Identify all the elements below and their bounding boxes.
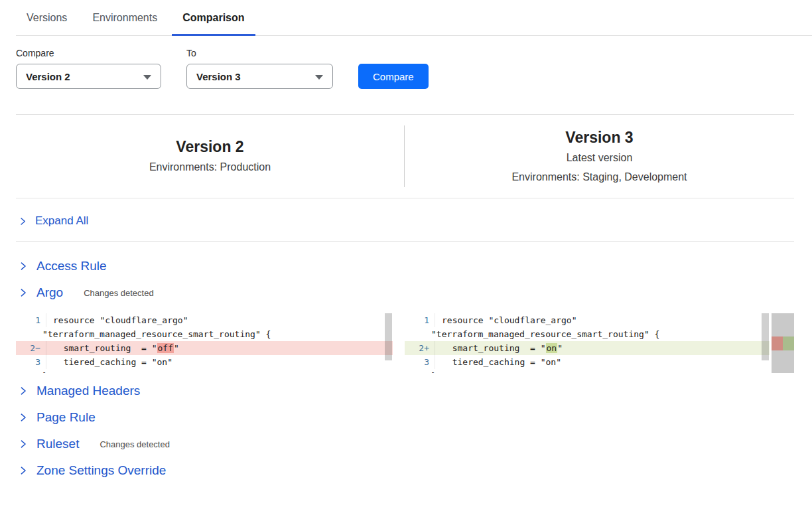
code-segment: " (174, 343, 179, 353)
section-label: Argo (36, 285, 63, 300)
section-managed-headers[interactable]: Managed Headers (19, 384, 140, 398)
compare-button[interactable]: Compare (358, 64, 429, 89)
section-zone-settings-override[interactable]: Zone Settings Override (19, 463, 166, 478)
line-number (405, 327, 425, 341)
expand-all-label: Expand All (35, 214, 88, 228)
line-number: 2+ (405, 341, 435, 355)
line-number: 2− (16, 341, 46, 355)
diff-line-removed: 2− smart_routing = "off" (16, 341, 393, 355)
removed-word-highlight: off (157, 343, 174, 353)
expand-all-button[interactable]: Expand All (19, 214, 88, 228)
diff-line: 1 resource "cloudflare_argo" (16, 313, 393, 327)
chevron-right-icon (19, 386, 28, 396)
section-label: Zone Settings Override (36, 463, 166, 478)
diff-line-wrapped: "terraform_managed_resource_smart_routin… (405, 327, 770, 341)
tab-bar: Versions Environments Comparison (16, 0, 812, 36)
code-text: "terraform_managed_resource_smart_routin… (425, 327, 770, 341)
line-number: 3 (405, 355, 435, 369)
code-text: resource "cloudflare_argo" (435, 313, 770, 327)
compare-to-field: To Version 3 (186, 48, 333, 89)
vertical-scrollbar[interactable] (761, 313, 770, 373)
scrollbar-thumb[interactable] (762, 313, 769, 360)
code-text: resource "cloudflare_argo" (46, 313, 393, 327)
compare-to-select[interactable]: Version 3 (186, 64, 333, 89)
version-right-title: Version 3 (565, 127, 633, 147)
version-headers: Version 2 Environments: Production Versi… (16, 115, 794, 198)
compare-from-select[interactable]: Version 2 (16, 64, 161, 89)
removed-chunk-marker (772, 336, 783, 350)
section-label: Access Rule (36, 259, 107, 273)
chevron-right-icon (19, 413, 28, 422)
changes-detected-badge: Changes detected (100, 439, 170, 449)
section-label: Ruleset (36, 437, 79, 451)
diff-line: 3 tiered_caching = "on" (16, 355, 393, 369)
compare-from-value: Version 2 (26, 71, 70, 82)
vertical-scrollbar[interactable] (384, 313, 393, 373)
code-text: smart_routing = "off" (46, 341, 393, 355)
tab-environments[interactable]: Environments (82, 0, 168, 35)
version-right-header: Version 3 Latest version Environments: S… (405, 115, 794, 198)
section-ruleset[interactable]: Ruleset Changes detected (19, 437, 170, 451)
tab-comparison[interactable]: Comparison (172, 0, 255, 35)
added-word-highlight: on (546, 343, 558, 353)
line-number: 1 (405, 313, 435, 327)
diff-line: 3 tiered_caching = "on" (405, 355, 770, 369)
section-label: Page Rule (36, 410, 96, 425)
diff-line-wrapped: "terraform_managed_resource_smart_routin… (16, 327, 393, 341)
compare-to-label: To (186, 48, 333, 58)
chevron-right-icon (19, 466, 28, 475)
diff-line-clipped: } (16, 369, 393, 373)
code-text: smart_routing = "on" (435, 341, 770, 355)
section-page-rule[interactable]: Page Rule (19, 410, 96, 425)
diff-pane-version-2: 1 resource "cloudflare_argo" "terraform_… (16, 313, 393, 373)
expand-all-section: Expand All (16, 198, 794, 242)
version-left-title: Version 2 (176, 137, 243, 157)
diff-line-clipped: } (405, 369, 770, 373)
diff-overview-ruler[interactable] (772, 313, 794, 373)
line-number: 3 (16, 355, 46, 369)
chevron-right-icon (19, 217, 27, 226)
chevron-right-icon (19, 288, 28, 297)
code-text: "terraform_managed_resource_smart_routin… (36, 327, 393, 341)
chevron-right-icon (19, 262, 28, 271)
line-number (16, 327, 36, 341)
version-left-environments: Environments: Production (149, 158, 271, 176)
code-text: tiered_caching = "on" (435, 355, 770, 369)
added-chunk-marker (783, 336, 794, 350)
line-number: 1 (16, 313, 46, 327)
code-text: tiered_caching = "on" (46, 355, 393, 369)
code-segment: " (557, 343, 563, 353)
version-right-environments: Environments: Staging, Development (511, 168, 687, 186)
section-label: Managed Headers (36, 384, 140, 398)
argo-diff-viewer: 1 resource "cloudflare_argo" "terraform_… (16, 313, 794, 373)
tab-versions[interactable]: Versions (16, 0, 78, 35)
comparison-page: Versions Environments Comparison Compare… (0, 0, 812, 478)
diff-line: 1 resource "cloudflare_argo" (405, 313, 770, 327)
compare-from-label: Compare (16, 48, 161, 58)
version-right-subtitle: Latest version (567, 149, 633, 167)
code-segment: smart_routing = " (442, 343, 546, 353)
diff-line-added: 2+ smart_routing = "on" (405, 341, 770, 355)
code-segment: smart_routing = " (53, 343, 157, 353)
compare-filter-bar: Compare Version 2 To Version 3 Compare (16, 48, 812, 89)
section-argo[interactable]: Argo Changes detected (19, 285, 154, 300)
code-text: } (36, 369, 393, 373)
section-access-rule[interactable]: Access Rule (19, 259, 107, 273)
compare-from-field: Compare Version 2 (16, 48, 161, 89)
changes-detected-badge: Changes detected (84, 288, 154, 298)
line-number (405, 369, 425, 373)
diff-pane-version-3: 1 resource "cloudflare_argo" "terraform_… (405, 313, 770, 373)
diff-right-group: 1 resource "cloudflare_argo" "terraform_… (405, 313, 794, 373)
code-text: } (425, 369, 770, 373)
scrollbar-thumb[interactable] (385, 313, 392, 360)
version-left-header: Version 2 Environments: Production (16, 115, 404, 198)
line-number (16, 369, 36, 373)
compare-to-value: Version 3 (196, 71, 241, 82)
chevron-right-icon (19, 439, 28, 449)
